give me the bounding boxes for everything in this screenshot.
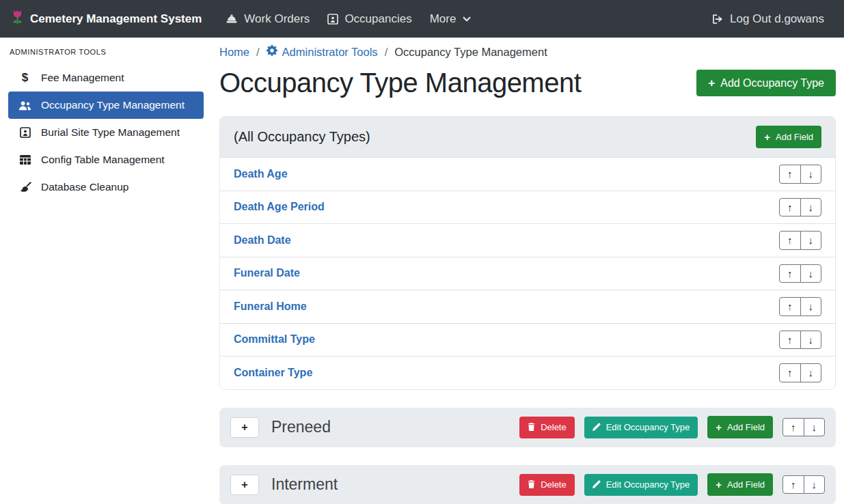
arrow-up-icon: ↑ (787, 300, 793, 312)
sidebar-item-config-table-management[interactable]: Config Table Management (8, 146, 204, 173)
sidebar-item-fee-management[interactable]: $ Fee Management (8, 64, 204, 92)
move-down-button[interactable]: ↓ (800, 198, 822, 217)
app-brand[interactable]: Cemetery Management System (11, 8, 202, 29)
add-field-label: Add Field (727, 480, 765, 489)
edit-occupancy-type-button[interactable]: Edit Occupancy Type (584, 474, 698, 496)
field-row: Funeral Home ↑ ↓ (220, 290, 835, 323)
pencil-icon (593, 480, 601, 490)
add-occupancy-type-button[interactable]: + Add Occupancy Type (696, 70, 836, 96)
add-occupancy-type-label: Add Occupancy Type (720, 78, 824, 89)
add-field-button[interactable]: + Add Field (707, 473, 773, 496)
reorder-button-group: ↑ ↓ (779, 331, 821, 350)
move-up-button[interactable]: ↑ (779, 363, 801, 382)
reorder-button-group: ↑ ↓ (779, 165, 821, 184)
add-field-label: Add Field (727, 423, 765, 432)
reorder-button-group: ↑ ↓ (779, 297, 821, 316)
nav-occupancies[interactable]: Occupancies (327, 12, 411, 26)
type-title-interment: Interment (271, 475, 338, 494)
breadcrumb-separator: / (256, 46, 260, 59)
move-down-button[interactable]: ↓ (804, 418, 826, 437)
card-title: (All Occupancy Types) (234, 129, 370, 145)
add-field-button[interactable]: + Add Field (707, 416, 773, 438)
pencil-icon (593, 423, 601, 432)
move-up-button[interactable]: ↑ (782, 418, 804, 437)
sidebar-heading: Administrator Tools (8, 46, 204, 64)
field-link-committal-type[interactable]: Committal Type (234, 333, 315, 346)
occupancy-type-panel-preneed: + Preneed Delete Edit Occupancy Type + (219, 408, 836, 447)
move-up-button[interactable]: ↑ (779, 264, 801, 283)
reorder-button-group: ↑ ↓ (782, 418, 825, 437)
move-down-button[interactable]: ↓ (800, 264, 822, 283)
arrow-up-icon: ↑ (787, 201, 793, 213)
field-row: Death Age ↑ ↓ (220, 157, 835, 191)
panel-actions: Delete Edit Occupancy Type + Add Field ↑… (519, 473, 825, 496)
field-link-funeral-home[interactable]: Funeral Home (234, 300, 307, 313)
reorder-button-group: ↑ ↓ (779, 231, 821, 250)
edit-occupancy-type-button[interactable]: Edit Occupancy Type (584, 417, 698, 438)
plus-icon: + (708, 77, 715, 89)
arrow-down-icon: ↓ (808, 201, 814, 213)
sidebar-item-label: Config Table Management (41, 154, 165, 166)
plus-icon: + (241, 479, 247, 490)
delete-label: Delete (541, 480, 567, 489)
field-link-death-age-period[interactable]: Death Age Period (234, 201, 325, 213)
expand-button[interactable]: + (230, 475, 259, 495)
move-down-button[interactable]: ↓ (800, 297, 822, 316)
hard-hat-icon (226, 14, 238, 24)
expand-button[interactable]: + (230, 417, 259, 438)
arrow-up-icon: ↑ (787, 234, 793, 246)
field-link-container-type[interactable]: Container Type (234, 367, 312, 379)
arrow-down-icon: ↓ (808, 367, 814, 378)
trash-icon (528, 423, 535, 432)
occupancy-square-person-icon (327, 14, 338, 25)
nav-work-orders[interactable]: Work Orders (226, 12, 310, 26)
breadcrumb-home-link[interactable]: Home (219, 46, 249, 59)
all-occupancy-types-card: (All Occupancy Types) + Add Field Death … (219, 116, 836, 390)
move-up-button[interactable]: ↑ (779, 165, 801, 184)
arrow-down-icon: ↓ (808, 268, 814, 279)
nav-work-orders-label: Work Orders (244, 12, 310, 26)
move-down-button[interactable]: ↓ (804, 475, 826, 494)
sidebar-item-occupancy-type-management[interactable]: Occupancy Type Management (8, 92, 204, 119)
move-up-button[interactable]: ↑ (779, 198, 801, 217)
field-row: Death Age Period ↑ ↓ (220, 191, 835, 224)
move-up-button[interactable]: ↑ (779, 297, 801, 316)
arrow-down-icon: ↓ (812, 421, 817, 433)
sidebar-item-burial-site-type-management[interactable]: Burial Site Type Management (8, 119, 204, 146)
arrow-up-icon: ↑ (791, 421, 796, 433)
delete-button[interactable]: Delete (519, 474, 575, 496)
add-field-button-all-types[interactable]: + Add Field (756, 126, 821, 148)
breadcrumb-admin-tools-link[interactable]: Administrator Tools (267, 45, 378, 59)
move-down-button[interactable]: ↓ (800, 231, 822, 250)
plus-icon: + (241, 421, 247, 433)
sidebar-item-database-cleanup[interactable]: Database Cleanup (8, 173, 204, 201)
sidebar: Administrator Tools $ Fee Management Occ… (0, 38, 210, 504)
nav-more[interactable]: More (430, 12, 472, 26)
reorder-button-group: ↑ ↓ (782, 475, 825, 494)
logout-label: Log Out d.gowans (730, 12, 824, 26)
sidebar-item-label: Occupancy Type Management (41, 99, 185, 111)
move-up-button[interactable]: ↑ (779, 331, 801, 350)
arrow-up-icon: ↑ (787, 268, 793, 279)
move-up-button[interactable]: ↑ (782, 475, 804, 494)
field-link-funeral-date[interactable]: Funeral Date (234, 267, 300, 279)
top-navbar: Cemetery Management System Work Orders O… (0, 0, 844, 38)
delete-label: Delete (541, 423, 567, 432)
plus-icon: + (764, 132, 770, 142)
logout-link[interactable]: Log Out d.gowans (711, 12, 824, 26)
move-down-button[interactable]: ↓ (800, 165, 822, 184)
arrow-down-icon: ↓ (808, 334, 814, 346)
field-row: Death Date ↑ ↓ (220, 223, 835, 257)
field-link-death-date[interactable]: Death Date (234, 234, 291, 247)
type-title-preneed: Preneed (271, 418, 331, 436)
delete-button[interactable]: Delete (519, 417, 575, 438)
occupancy-type-panel-interment: + Interment Delete Edit Occupancy Type + (219, 465, 836, 504)
move-down-button[interactable]: ↓ (800, 363, 822, 382)
plus-icon: + (716, 479, 722, 490)
reorder-button-group: ↑ ↓ (779, 198, 821, 217)
move-up-button[interactable]: ↑ (779, 231, 801, 250)
nav-occupancies-label: Occupancies (344, 12, 411, 26)
logout-icon (711, 14, 724, 25)
field-link-death-age[interactable]: Death Age (234, 168, 288, 180)
move-down-button[interactable]: ↓ (800, 331, 822, 350)
